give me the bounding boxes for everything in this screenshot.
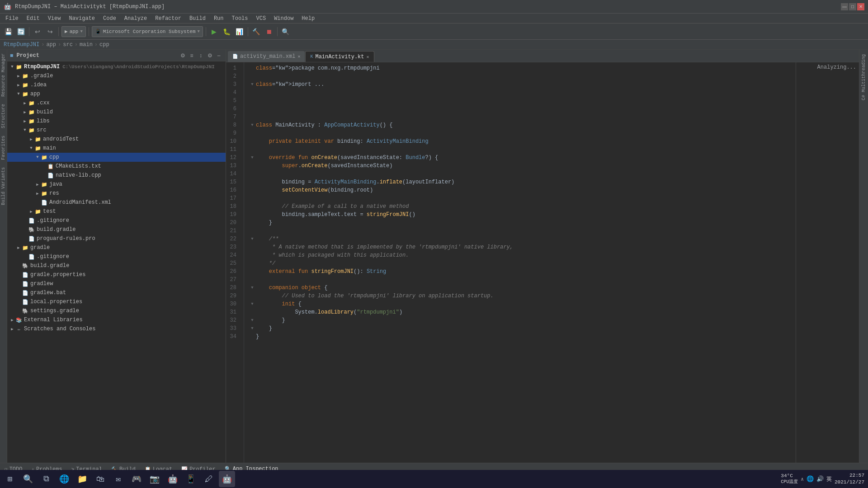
- tree-item-androidTest[interactable]: ▶📁androidTest: [7, 135, 226, 144]
- app6-button[interactable]: 🤖: [219, 471, 235, 487]
- menu-item-file[interactable]: File: [2, 14, 22, 23]
- menu-item-vcs[interactable]: VCS: [253, 14, 270, 23]
- menu-item-build[interactable]: Build: [186, 14, 209, 23]
- tree-item-gradlew-bat[interactable]: 📄gradlew.bat: [7, 288, 226, 297]
- menu-item-edit[interactable]: Edit: [23, 14, 43, 23]
- breadcrumb-root[interactable]: RtmpDumpJNI: [4, 42, 39, 48]
- edge-button[interactable]: 🌐: [56, 471, 72, 487]
- tree-item-settings-gradle[interactable]: 🐘settings.gradle: [7, 306, 226, 315]
- menu-item-refactor[interactable]: Refactor: [151, 14, 185, 23]
- fold-marker[interactable]: ▼: [250, 155, 255, 160]
- panel-settings-btn[interactable]: ⚙: [179, 52, 187, 60]
- breadcrumb-cpp[interactable]: cpp: [99, 42, 109, 48]
- tree-item-main[interactable]: ▼📁main: [7, 144, 226, 153]
- tab-close-kt[interactable]: ✕: [367, 54, 369, 60]
- close-button[interactable]: ✕: [857, 3, 864, 10]
- tree-item-java[interactable]: ▶📁java: [7, 180, 226, 189]
- tray-expand[interactable]: ∧: [801, 476, 804, 482]
- tree-item--idea[interactable]: ▶📁.idea: [7, 80, 226, 89]
- fold-marker[interactable]: ▼: [250, 82, 255, 87]
- build-button[interactable]: 🔨: [251, 26, 262, 37]
- tab-activity-main-xml[interactable]: 📄 activity_main.xml ✕: [228, 51, 305, 62]
- build-variants-label[interactable]: Build Variants: [1, 164, 6, 209]
- maximize-button[interactable]: □: [849, 3, 856, 10]
- app4-button[interactable]: 📱: [183, 471, 199, 487]
- store-button[interactable]: 🛍: [92, 471, 108, 487]
- tree-item-gradle-properties[interactable]: 📄gradle.properties: [7, 270, 226, 279]
- redo-button[interactable]: ↪: [45, 26, 56, 37]
- tree-item-local-properties[interactable]: 📄local.properties: [7, 297, 226, 306]
- tree-item-src[interactable]: ▼📁src: [7, 126, 226, 135]
- tree-item-gradle[interactable]: ▶📁gradle: [7, 243, 226, 252]
- profile-button[interactable]: 📊: [234, 26, 245, 37]
- project-panel-actions[interactable]: ⚙ ≡ ↕ ⚙ –: [179, 52, 223, 60]
- tree-item-build[interactable]: ▶📁build: [7, 108, 226, 117]
- tree-item-proguard-rules-pro[interactable]: 📄proguard-rules.pro: [7, 234, 226, 243]
- menu-item-window[interactable]: Window: [270, 14, 297, 23]
- stop-button[interactable]: ⏹: [264, 26, 274, 37]
- undo-button[interactable]: ↩: [32, 26, 43, 37]
- menu-item-code[interactable]: Code: [99, 14, 120, 23]
- search-taskbar-button[interactable]: 🔍: [20, 471, 36, 487]
- menu-item-analyze[interactable]: Analyze: [121, 14, 151, 23]
- breadcrumb-src[interactable]: src: [63, 42, 73, 48]
- app-config-dropdown[interactable]: ▶app▼: [61, 26, 86, 37]
- tree-item--gradle[interactable]: ▶📁.gradle: [7, 71, 226, 80]
- resource-manager-label[interactable]: Resource Manager: [1, 50, 6, 100]
- tree-item-AndroidManifest-xml[interactable]: 📄AndroidManifest.xml: [7, 198, 226, 207]
- tree-item-Scratches-and-Consoles[interactable]: ▶✏️Scratches and Consoles: [7, 324, 226, 333]
- breadcrumb-main[interactable]: main: [80, 42, 93, 48]
- multithreading-label[interactable]: C# Multithreading: [861, 52, 866, 103]
- tree-item--gitignore[interactable]: 📄.gitignore: [7, 216, 226, 225]
- subsystem-dropdown[interactable]: 📱Microsoft Corporation Subsystem▼: [92, 26, 203, 37]
- fold-marker[interactable]: ▼: [250, 236, 255, 242]
- clock[interactable]: 22:57 2021/12/27: [835, 472, 864, 486]
- lang-indicator[interactable]: 英: [826, 475, 832, 483]
- sync-button[interactable]: 🔄: [15, 26, 26, 37]
- app2-button[interactable]: 📷: [146, 471, 163, 487]
- tree-item-libs[interactable]: ▶📁libs: [7, 117, 226, 126]
- menu-item-tools[interactable]: Tools: [228, 14, 252, 23]
- fold-marker[interactable]: ▼: [250, 301, 255, 307]
- task-view-button[interactable]: ⧉: [38, 471, 54, 487]
- code-content[interactable]: class="kw">package com.nxg.rtmpdumpjni ▼…: [244, 62, 796, 463]
- favorites-label[interactable]: Favorites: [1, 132, 6, 164]
- menu-item-run[interactable]: Run: [210, 14, 227, 23]
- tree-item-cpp[interactable]: ▼📁cpp: [7, 153, 226, 162]
- panel-filter-btn[interactable]: ≡: [188, 52, 196, 60]
- tree-item-build-gradle[interactable]: 🐘build.gradle: [7, 225, 226, 234]
- title-bar-controls[interactable]: — □ ✕: [841, 3, 864, 10]
- minimize-button[interactable]: —: [841, 3, 848, 10]
- tab-close-xml[interactable]: ✕: [297, 54, 300, 59]
- tab-main-activity-kt[interactable]: K MainActivity.kt ✕: [305, 51, 374, 62]
- tree-item-native-lib-cpp[interactable]: 📄native-lib.cpp: [7, 171, 226, 180]
- tree-item-build-gradle[interactable]: 🐘build.gradle: [7, 261, 226, 270]
- save-button[interactable]: 💾: [3, 26, 14, 37]
- tree-item-res[interactable]: ▶📁res: [7, 189, 226, 198]
- app5-button[interactable]: 🖊: [201, 471, 217, 487]
- tree-item-app[interactable]: ▼📁app: [7, 89, 226, 99]
- tree-item-test[interactable]: ▶📁test: [7, 207, 226, 216]
- structure-label[interactable]: Structure: [1, 100, 6, 132]
- network-icon[interactable]: 🌐: [807, 475, 814, 483]
- run-button[interactable]: ▶: [209, 26, 220, 37]
- fold-marker[interactable]: ▼: [250, 318, 255, 323]
- tree-item-CMakeLists-txt[interactable]: 📋CMakeLists.txt: [7, 162, 226, 171]
- search-button[interactable]: 🔍: [280, 26, 291, 37]
- menu-item-help[interactable]: Help: [298, 14, 318, 23]
- panel-sort-btn[interactable]: ↕: [197, 52, 205, 60]
- sound-icon[interactable]: 🔊: [816, 475, 824, 483]
- explorer-button[interactable]: 📁: [74, 471, 90, 487]
- app1-button[interactable]: 🎮: [128, 471, 145, 487]
- tree-item--cxx[interactable]: ▶📁.cxx: [7, 99, 226, 108]
- app3-button[interactable]: 🤖: [165, 471, 181, 487]
- tree-item-gradlew[interactable]: 📄gradlew: [7, 279, 226, 288]
- panel-gear-btn[interactable]: ⚙: [206, 52, 214, 60]
- tree-item-External-Libraries[interactable]: ▶📚External Libraries: [7, 315, 226, 324]
- menu-item-view[interactable]: View: [44, 14, 65, 23]
- panel-hide-btn[interactable]: –: [215, 52, 223, 60]
- fold-marker[interactable]: ▼: [250, 285, 255, 291]
- mail-button[interactable]: ✉: [110, 471, 127, 487]
- breadcrumb-app[interactable]: app: [46, 42, 56, 48]
- menu-item-navigate[interactable]: Navigate: [65, 14, 99, 23]
